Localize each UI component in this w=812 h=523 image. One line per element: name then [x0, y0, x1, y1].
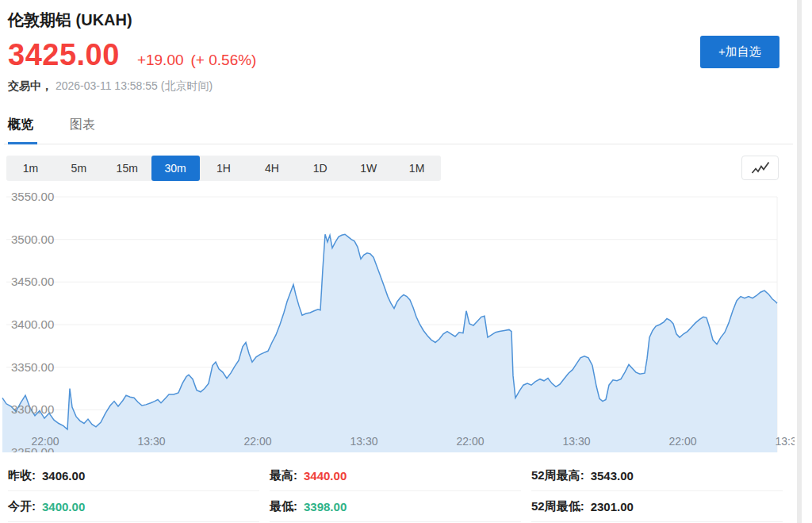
x-axis-label: 13:30 [551, 435, 602, 448]
x-axis-label: 22:00 [445, 435, 496, 448]
tab-overview[interactable]: 概览 [8, 117, 33, 133]
price-change-abs: +19.00 [137, 52, 184, 69]
timeframe-button-30m[interactable]: 30m [151, 156, 200, 181]
price-chart-canvas[interactable] [0, 187, 795, 452]
add-watchlist-button[interactable]: +加自选 [700, 36, 779, 68]
stat-low: 最低: 3398.00 [270, 491, 521, 522]
tab-chart[interactable]: 图表 [70, 117, 95, 133]
stats-column-2: 最高: 3440.00 最低: 3398.00 [270, 460, 521, 522]
x-axis-label: 13:30 [126, 435, 177, 448]
price-change-pct: (+ 0.56%) [191, 52, 257, 69]
y-axis-label: 3450.00 [11, 275, 54, 288]
stat-52w-high: 52周最高: 3543.00 [531, 460, 783, 491]
x-axis-label: 13:30 [339, 435, 389, 448]
y-axis-label: 3550.00 [11, 190, 54, 203]
x-axis-label: 22:00 [20, 435, 71, 448]
market-status: 交易中， 2026-03-11 13:58:55 (北京时间) [8, 79, 213, 94]
page-scrollbar[interactable] [797, 0, 802, 523]
x-axis-label: 13:30 [764, 435, 795, 448]
stats-column-3: 52周最高: 3543.00 52周最低: 2301.00 [531, 460, 783, 522]
timeframe-button-4h[interactable]: 4H [247, 156, 296, 181]
stat-high: 最高: 3440.00 [270, 460, 521, 491]
active-tab-underline [8, 142, 37, 144]
timezone-note: (北京时间) [161, 79, 213, 92]
last-price: 3425.00 [8, 40, 120, 70]
y-axis-label: 3500.00 [11, 233, 54, 246]
price-row: 3425.00 +19.00 (+ 0.56%) [8, 40, 256, 70]
y-axis-label: 3350.00 [11, 360, 54, 374]
timeframe-bar: 1m 5m 15m 30m 1H 4H 1D 1W 1M [6, 156, 441, 181]
page-title: 伦敦期铝 (UKAH) [8, 10, 132, 31]
timeframe-button-1d[interactable]: 1D [296, 156, 344, 181]
price-change: +19.00 (+ 0.56%) [137, 52, 257, 69]
tab-bar: 概览 图表 [8, 117, 95, 133]
tab-divider [4, 144, 793, 144]
quote-timestamp: 2026-03-11 13:58:55 [56, 79, 158, 92]
timeframe-button-1h[interactable]: 1H [200, 156, 248, 181]
timeframe-button-15m[interactable]: 15m [103, 156, 151, 181]
area-fill [2, 234, 777, 452]
stat-prev-close: 昨收: 3406.00 [8, 460, 259, 491]
y-axis-label: 3300.00 [11, 402, 54, 416]
y-axis-label: 3400.00 [11, 317, 54, 331]
stats-column-1: 昨收: 3406.00 今开: 3400.00 [8, 460, 259, 522]
stat-52w-low: 52周最低: 2301.00 [531, 491, 783, 522]
timeframe-button-1m-month[interactable]: 1M [393, 156, 441, 181]
chart-type-button[interactable] [741, 156, 779, 180]
quote-page: { "header": { "title": "伦敦期铝 (UKAH)", "p… [0, 0, 812, 523]
trading-status-label: 交易中， [8, 79, 52, 92]
price-chart[interactable]: 3550.003500.003450.003400.003350.003300.… [0, 187, 795, 452]
timeframe-button-1w[interactable]: 1W [344, 156, 393, 181]
line-chart-icon [751, 161, 770, 175]
x-axis-label: 22:00 [657, 435, 708, 448]
timeframe-button-5m[interactable]: 5m [55, 156, 103, 181]
stat-open: 今开: 3400.00 [8, 491, 259, 522]
timeframe-button-1m[interactable]: 1m [6, 156, 55, 181]
x-axis-label: 22:00 [232, 435, 283, 448]
